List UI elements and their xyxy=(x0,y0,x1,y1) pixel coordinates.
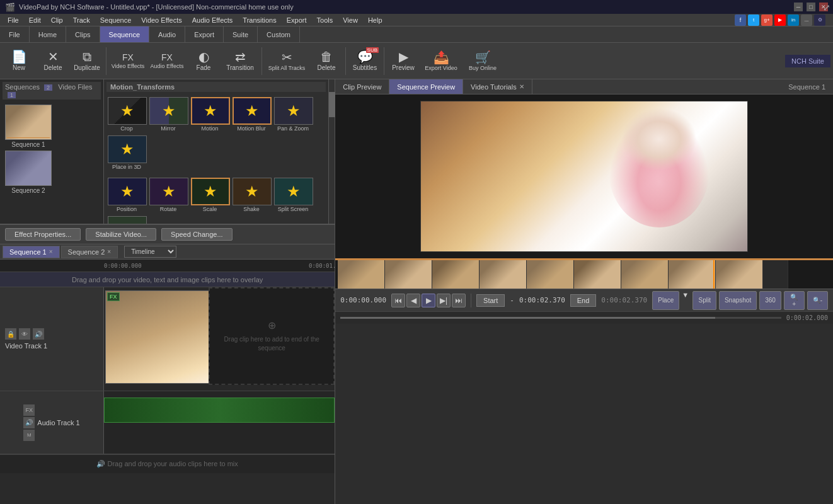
preview-tab-sequence[interactable]: Sequence Preview xyxy=(389,79,463,94)
fade-button[interactable]: ◐ Fade xyxy=(187,45,220,77)
menu-view[interactable]: View xyxy=(338,15,363,25)
skip-end-btn[interactable]: ⏭ xyxy=(452,294,466,307)
menu-file[interactable]: File xyxy=(3,15,24,25)
tab-file[interactable]: File xyxy=(0,26,30,42)
social-icon-5[interactable]: in xyxy=(788,14,799,26)
motion-star: ★ xyxy=(204,102,217,120)
effect-scale[interactable]: ★ Scale xyxy=(190,176,230,214)
video-effects-button[interactable]: FX Video Effects xyxy=(109,45,147,77)
transport-right-buttons: Place ▼ Split Snapshot 360 🔍+ 🔍- xyxy=(652,291,828,310)
menu-video-effects[interactable]: Video Effects xyxy=(136,15,187,25)
track-eye-btn[interactable]: 👁 xyxy=(19,328,30,340)
menu-audio-effects[interactable]: Audio Effects xyxy=(187,15,238,25)
btn-360[interactable]: 360 xyxy=(759,291,781,310)
effect-position[interactable]: ★ Position xyxy=(106,176,147,214)
start-btn[interactable]: Start xyxy=(476,294,505,307)
minimize-btn[interactable]: ─ xyxy=(794,3,803,11)
stabilize-video-button[interactable]: Stabilize Video... xyxy=(86,228,156,241)
delete2-button[interactable]: 🗑 Delete xyxy=(310,45,343,77)
tab-sequence[interactable]: Sequence xyxy=(100,26,150,42)
menu-clip[interactable]: Clip xyxy=(46,15,68,25)
effect-rotate[interactable]: ★ Rotate xyxy=(148,176,188,214)
social-icon-4[interactable]: ▶ xyxy=(774,14,786,26)
preview-tab-close[interactable]: ✕ xyxy=(519,83,524,90)
menu-help[interactable]: Help xyxy=(363,15,388,25)
tab-export[interactable]: Export xyxy=(185,26,224,42)
seq-tab-2[interactable]: Sequence 2 × xyxy=(61,246,118,258)
export-video-button[interactable]: 📤 Export Video xyxy=(421,45,461,77)
delete-button[interactable]: ✕ Delete xyxy=(37,45,69,77)
preview-tab-clip[interactable]: Clip Preview xyxy=(335,79,389,94)
preview-tab-tutorials[interactable]: Video Tutorials ✕ xyxy=(463,79,532,94)
preview-timeline-strip[interactable] xyxy=(335,258,833,289)
effect-splitscreen[interactable]: ★ Split Screen xyxy=(273,176,313,214)
tab-audio[interactable]: Audio xyxy=(149,26,185,42)
speed-change-button[interactable]: Speed Change... xyxy=(161,228,233,241)
effect-motion[interactable]: ★ Motion xyxy=(190,96,230,133)
end-btn[interactable]: End xyxy=(570,294,597,307)
menu-export[interactable]: Export xyxy=(282,15,312,25)
main-area: Sequences 2 Video Files 1 Sequence 1 xyxy=(0,79,833,504)
scroll-thumb[interactable] xyxy=(329,92,335,117)
effects-scrollbar[interactable] xyxy=(328,79,335,224)
seq-tab-1[interactable]: Sequence 1 × xyxy=(3,246,60,258)
tab-home[interactable]: Home xyxy=(30,26,66,42)
new-button[interactable]: 📄 New xyxy=(3,45,35,77)
buy-online-button[interactable]: 🛒 Buy Online xyxy=(462,45,503,77)
social-icon-6[interactable]: ... xyxy=(801,14,812,26)
menu-edit[interactable]: Edit xyxy=(24,15,46,25)
duplicate-button[interactable]: ⧉ Duplicate xyxy=(71,45,103,77)
split-all-tracks-button[interactable]: ✂ Split All Tracks xyxy=(265,45,309,77)
snapshot-btn[interactable]: Snapshot xyxy=(719,291,757,310)
audio-effects-button[interactable]: FX Audio Effects xyxy=(148,45,186,77)
menu-transitions[interactable]: Transitions xyxy=(238,15,281,25)
skip-start-btn[interactable]: ⏮ xyxy=(391,294,405,307)
seq-tab-2-close[interactable]: × xyxy=(107,248,111,255)
step-back-btn[interactable]: ◀ xyxy=(406,294,420,307)
sequence-thumb-1[interactable]: Sequence 1 xyxy=(5,105,52,148)
track-audio-btn[interactable]: 🔊 xyxy=(33,328,44,340)
tab-clips[interactable]: Clips xyxy=(66,26,100,42)
seq-tab-1-close[interactable]: × xyxy=(49,248,53,255)
overlay-hint: Drag and drop your video, text and image… xyxy=(0,272,335,287)
preview-expand-btn[interactable]: ⤢ xyxy=(823,3,830,13)
preview-button[interactable]: ▶ Preview xyxy=(387,45,420,77)
strip-thumb-2 xyxy=(385,260,432,289)
effect-wrap[interactable]: ★ Wrap xyxy=(106,215,147,224)
effect-crop[interactable]: ★ Crop xyxy=(106,96,147,133)
zoom-in-btn[interactable]: 🔍+ xyxy=(784,291,805,310)
nch-suite-button[interactable]: NCH Suite xyxy=(785,55,830,67)
maximize-btn[interactable]: □ xyxy=(807,3,815,11)
play-btn[interactable]: ▶ xyxy=(422,294,435,307)
sequence-thumb-2[interactable]: Sequence 2 xyxy=(5,151,52,194)
effect-placein3d[interactable]: ★ Place in 3D xyxy=(106,134,147,171)
effect-panzoom[interactable]: ★ Pan & Zoom xyxy=(273,96,313,133)
split-btn[interactable]: Split xyxy=(692,291,716,310)
zoom-out-btn[interactable]: 🔍- xyxy=(807,291,828,310)
social-icon-1[interactable]: f xyxy=(735,14,746,26)
menu-tools[interactable]: Tools xyxy=(312,15,338,25)
step-fwd-btn[interactable]: ▶| xyxy=(437,294,451,307)
preview-seek-bar[interactable] xyxy=(340,317,781,319)
effect-properties-button[interactable]: Effect Properties... xyxy=(5,228,81,241)
tab-suite[interactable]: Suite xyxy=(224,26,258,42)
timeline-mode-selector[interactable]: Timeline Storyboard xyxy=(124,246,176,258)
social-icon-3[interactable]: g+ xyxy=(761,14,773,26)
place-btn[interactable]: Place xyxy=(652,291,679,310)
menu-track[interactable]: Track xyxy=(68,15,95,25)
social-icon-2[interactable]: t xyxy=(748,14,759,26)
effect-shake[interactable]: ★ Shake xyxy=(231,176,272,214)
audio-mono-btn[interactable]: M xyxy=(23,430,35,441)
effect-mirror[interactable]: ★ Mirror xyxy=(148,96,188,133)
tab-custom[interactable]: Custom xyxy=(258,26,300,42)
effect-motionblur[interactable]: ★ Motion Blur xyxy=(231,96,272,133)
subtitles-button[interactable]: SUB 💬 Subtitles xyxy=(348,45,381,77)
audio-mute-btn[interactable]: 🔊 xyxy=(23,417,35,428)
transition-button[interactable]: ⇄ Transition xyxy=(221,45,259,77)
audio-fx-btn[interactable]: FX xyxy=(23,404,35,416)
track-lock-btn[interactable]: 🔒 xyxy=(5,328,16,340)
audio-track-header: FX 🔊 M Audio Track 1 xyxy=(0,391,104,454)
menu-sequence[interactable]: Sequence xyxy=(95,15,137,25)
social-icon-7[interactable]: ⚙ xyxy=(814,14,825,26)
place-dropdown[interactable]: ▼ xyxy=(682,291,690,310)
